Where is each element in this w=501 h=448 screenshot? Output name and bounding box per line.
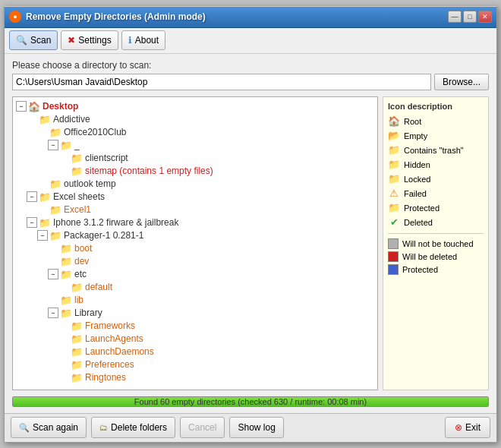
tree-row[interactable]: 📁 sitemap (contains 1 empty files) [13, 165, 377, 178]
tree-expander[interactable]: − [37, 230, 48, 241]
tree-row[interactable]: 📁 outlook temp [13, 178, 377, 191]
tree-row[interactable]: − 📁 etc [13, 268, 377, 281]
cancel-button[interactable]: Cancel [180, 417, 225, 438]
tree-label: lib [74, 295, 84, 305]
folder-icon: 📁 [60, 140, 72, 151]
tree-label: _ [74, 140, 80, 150]
dir-input[interactable] [12, 74, 431, 90]
tree-row[interactable]: 📁 LaunchDaemons [13, 345, 377, 358]
empty-label: Empty [404, 130, 427, 142]
tree-row[interactable]: 📁 default [13, 281, 377, 294]
title-bar-left: ● Remove Empty Directories (Admin mode) [9, 11, 206, 23]
folder-icon: 📁 [71, 372, 83, 383]
scan-again-button[interactable]: 🔍 Scan again [11, 417, 87, 438]
tree-label: LaunchAgents [85, 333, 143, 344]
title-bar: ● Remove Empty Directories (Admin mode) … [5, 7, 496, 28]
about-tab-label: About [135, 35, 159, 46]
tree-row[interactable]: 📁 Ringtones [13, 371, 377, 384]
delete-label: Will be deleted [402, 252, 457, 261]
tree-expander[interactable]: − [16, 101, 27, 112]
locked-label: Locked [404, 173, 430, 185]
tree-row[interactable]: 📁 Office2010Club [13, 126, 377, 139]
tree-expander[interactable]: − [48, 140, 58, 150]
trash-folder-icon: 📁 [388, 145, 400, 156]
main-panel: − 🏠 Desktop 📁 Addictive 📁 Office2010Clu [12, 96, 489, 390]
tree-label: Office2010Club [64, 127, 127, 137]
progress-fill [13, 397, 488, 406]
main-window: ● Remove Empty Directories (Admin mode) … [4, 6, 497, 443]
tree-row[interactable]: 📁 Excel1 [13, 203, 377, 216]
tree-label: Ringtones [85, 372, 126, 383]
icon-row-failed: ⚠ Failed [388, 188, 484, 200]
tree-row[interactable]: 📁 Preferences [13, 358, 377, 371]
tree-expander[interactable]: − [48, 269, 58, 279]
delete-folders-button[interactable]: 🗂 Delete folders [91, 417, 175, 438]
maximize-button[interactable]: □ [463, 11, 477, 23]
tree-row[interactable]: − 📁 Library [13, 307, 377, 320]
tree-row[interactable]: 📁 boot [13, 242, 377, 255]
tree-row[interactable]: 📁 dev [13, 255, 377, 268]
tree-row[interactable]: − 📁 _ [13, 139, 377, 152]
tree-row[interactable]: 📁 LaunchAgents [13, 333, 377, 345]
legend-color-protected: Protected [388, 264, 484, 275]
folder-icon: 📁 [39, 114, 51, 125]
scan-again-icon: 🔍 [19, 423, 30, 433]
tree-label: dev [74, 256, 89, 267]
root-folder-icon: 🏠 [388, 116, 400, 127]
tree-expander[interactable]: − [27, 191, 37, 202]
delete-color [388, 251, 399, 262]
tree-label: Excel sheets [53, 191, 105, 202]
folder-icon: 📁 [49, 127, 61, 138]
folder-icon: 📁 [71, 282, 83, 293]
folder-icon: 🏠 [28, 101, 40, 112]
scan-tab-button[interactable]: 🔍 Scan [9, 30, 58, 50]
action-bar: 🔍 Scan again 🗂 Delete folders Cancel Sho… [5, 413, 496, 442]
tree-label: Preferences [85, 359, 134, 370]
tree-expander[interactable]: − [48, 308, 58, 318]
content-area: Please choose a directory to scan: Brows… [5, 54, 496, 413]
failed-icon: ⚠ [388, 188, 400, 199]
tree-row[interactable]: 📁 clientscript [13, 152, 377, 165]
folder-icon: 📁 [49, 178, 61, 190]
tree-panel[interactable]: − 🏠 Desktop 📁 Addictive 📁 Office2010Clu [12, 96, 378, 390]
tree-label: Library [74, 308, 102, 318]
folder-icon: 📁 [60, 256, 72, 267]
settings-tab-label: Settings [78, 35, 111, 46]
browse-button[interactable]: Browse... [434, 74, 489, 90]
close-button[interactable]: ✕ [478, 11, 492, 23]
icon-row-protected: 📁 Protected [388, 202, 484, 214]
empty-folder-icon: 📂 [388, 131, 400, 141]
tree-row[interactable]: − 🏠 Desktop [13, 100, 377, 113]
tree-row[interactable]: − 📁 Packager-1 0.281-1 [13, 229, 377, 242]
tree-expander[interactable]: − [27, 217, 37, 228]
tree-label: boot [74, 243, 92, 254]
tree-row[interactable]: 📁 Addictive [13, 113, 377, 126]
notouch-color [388, 238, 399, 249]
tree-row[interactable]: − 📁 Iphone 3.1.2 firware & jailbreak [13, 216, 377, 229]
folder-icon: 📁 [60, 243, 72, 254]
settings-tab-button[interactable]: ✖ Settings [61, 30, 118, 50]
folder-icon: 📁 [71, 359, 83, 371]
icon-row-hidden: 📁 Hidden [388, 159, 484, 171]
tree-label: clientscript [85, 153, 128, 163]
locked-folder-icon: 📁 [388, 174, 400, 185]
exit-button[interactable]: ⊗ Exit [445, 417, 490, 438]
tree-row[interactable]: 📁 Frameworks [13, 320, 377, 333]
minimize-button[interactable]: — [448, 11, 462, 23]
trash-label: Contains "trash" [404, 144, 464, 156]
folder-icon: 📁 [71, 346, 83, 358]
tree-label: outlook temp [64, 178, 116, 189]
tree-row[interactable]: 📁 lib [13, 294, 377, 307]
about-tab-button[interactable]: ℹ About [121, 30, 165, 50]
protected-label: Protected [404, 202, 440, 214]
protected-color [388, 264, 399, 275]
exit-label: Exit [465, 422, 481, 433]
legend-color-delete: Will be deleted [388, 251, 484, 262]
folder-icon: 📁 [71, 153, 83, 164]
deleted-label: Deleted [404, 216, 433, 229]
tree-label: sitemap (contains 1 empty files) [85, 166, 213, 176]
tree-label: Iphone 3.1.2 firware & jailbreak [53, 217, 178, 228]
tree-row[interactable]: − 📁 Excel sheets [13, 191, 377, 203]
folder-icon: 📁 [39, 217, 51, 229]
show-log-button[interactable]: Show log [229, 417, 283, 438]
